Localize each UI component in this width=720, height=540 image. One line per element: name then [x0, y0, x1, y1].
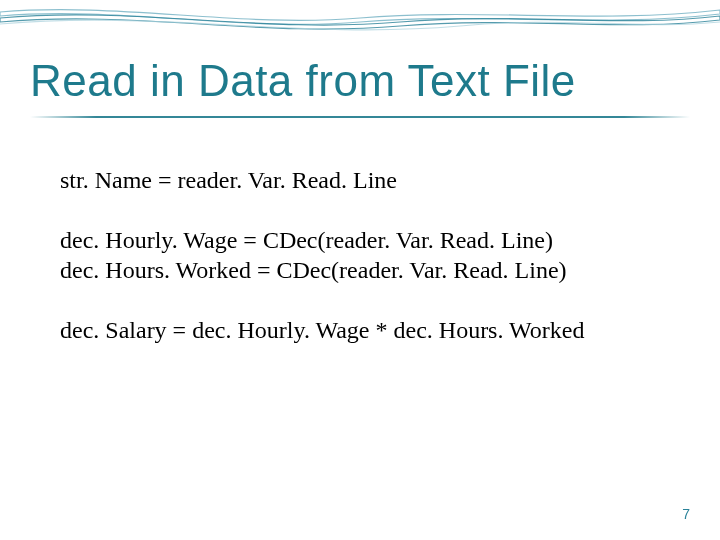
decorative-wave — [0, 0, 720, 50]
code-line-1: str. Name = reader. Var. Read. Line — [60, 165, 660, 195]
slide: Read in Data from Text File str. Name = … — [0, 0, 720, 540]
code-line-2a: dec. Hourly. Wage = CDec(reader. Var. Re… — [60, 227, 553, 253]
code-line-2b: dec. Hours. Worked = CDec(reader. Var. R… — [60, 257, 567, 283]
title-underline — [30, 116, 690, 118]
code-line-3: dec. Salary = dec. Hourly. Wage * dec. H… — [60, 315, 660, 345]
code-block-2: dec. Hourly. Wage = CDec(reader. Var. Re… — [60, 225, 660, 285]
slide-title: Read in Data from Text File — [30, 56, 576, 106]
slide-body: str. Name = reader. Var. Read. Line dec.… — [60, 165, 660, 375]
page-number: 7 — [682, 506, 690, 522]
